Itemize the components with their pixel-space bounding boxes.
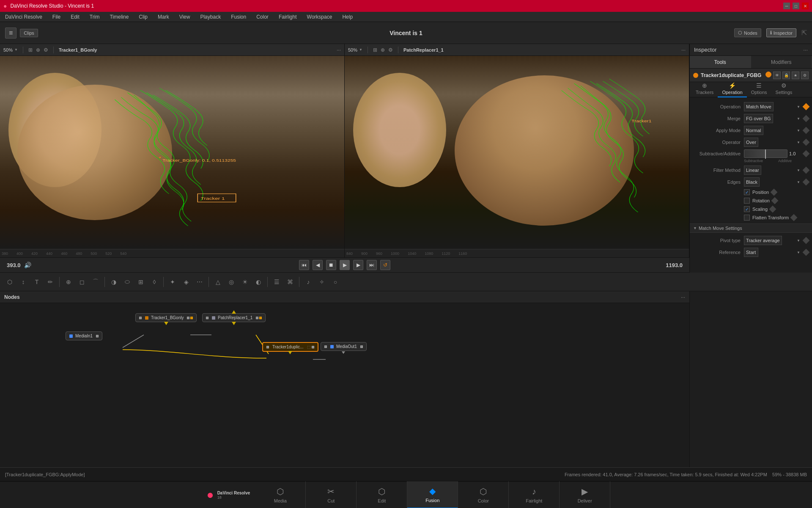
node-tracker1dup[interactable]: Tracker1duplic... ⬚ bbox=[262, 342, 318, 352]
text-tool-icon[interactable]: T bbox=[30, 276, 43, 288]
viewer-layout-icon[interactable]: ⊞ bbox=[28, 47, 33, 53]
node-color-picker-icon[interactable] bbox=[765, 72, 771, 77]
menu-timeline[interactable]: Timeline bbox=[108, 14, 130, 20]
pivot-type-select[interactable]: Tracker average bbox=[744, 236, 782, 245]
step-back-button[interactable]: ◀ bbox=[313, 260, 323, 270]
select-tool-icon[interactable]: ⬡ bbox=[3, 276, 16, 288]
distort-tool-icon[interactable]: ◊ bbox=[148, 276, 161, 288]
operation-select[interactable]: Match Move bbox=[744, 102, 774, 111]
position-checkbox[interactable]: ✓ bbox=[744, 189, 750, 195]
node-settings-icon[interactable]: ⚙ bbox=[801, 72, 809, 79]
zoom-dropdown-icon[interactable]: ▼ bbox=[14, 48, 18, 52]
right-viewer-expand-icon[interactable]: ⊕ bbox=[381, 47, 385, 53]
sa-diamond[interactable] bbox=[803, 150, 810, 157]
loop-button[interactable]: ↺ bbox=[380, 260, 390, 270]
tab-tools[interactable]: Tools bbox=[690, 56, 751, 68]
viewer-expand-icon[interactable]: ⊕ bbox=[36, 47, 40, 53]
stop-button[interactable]: ⏹ bbox=[326, 260, 336, 270]
node-eye-icon[interactable]: 👁 bbox=[773, 72, 781, 79]
transform-tool-icon[interactable]: ⊞ bbox=[134, 276, 147, 288]
right-viewer-layout-icon[interactable]: ⊞ bbox=[373, 47, 377, 53]
left-viewer[interactable]: 50% ▼ ⊞ ⊕ ⚙ Tracker1_BGonly ··· bbox=[0, 44, 345, 257]
nav-deliver[interactable]: ▶ Deliver bbox=[560, 481, 610, 508]
play-button[interactable]: ▶ bbox=[340, 260, 350, 270]
mask-tool-icon[interactable]: ◻ bbox=[76, 276, 88, 288]
path-tool-icon[interactable]: ⌒ bbox=[89, 276, 102, 288]
color-tool-icon[interactable]: ◑ bbox=[107, 276, 120, 288]
pivot-type-diamond[interactable] bbox=[803, 237, 810, 244]
audio-tool-icon[interactable]: ♪ bbox=[302, 276, 315, 288]
sub-tab-settings[interactable]: ⚙ Settings bbox=[771, 80, 797, 97]
right-viewer-more-icon[interactable]: ··· bbox=[681, 47, 686, 53]
rotation-diamond[interactable] bbox=[771, 197, 778, 204]
shape-tool-icon[interactable]: ○ bbox=[329, 276, 342, 288]
zoom-dropdown-icon-r[interactable]: ▼ bbox=[359, 48, 362, 52]
flatten-transform-diamond[interactable] bbox=[790, 214, 798, 221]
flow-tool-icon[interactable]: ⋯ bbox=[193, 276, 206, 288]
right-viewer[interactable]: 50% ▼ ⊞ ⊕ ⚙ PatchReplacer1_1 ··· bbox=[345, 44, 689, 257]
node-lock-icon[interactable]: 🔒 bbox=[782, 72, 790, 79]
menu-view[interactable]: View bbox=[178, 14, 192, 20]
move-tool-icon[interactable]: ↕ bbox=[17, 276, 30, 288]
nav-fairlight[interactable]: ♪ Fairlight bbox=[509, 481, 560, 508]
operator-diamond[interactable] bbox=[803, 139, 810, 146]
rotation-checkbox[interactable] bbox=[744, 198, 750, 204]
apply-mode-select[interactable]: Normal bbox=[744, 126, 763, 135]
clips-button[interactable]: Clips bbox=[20, 29, 38, 37]
menu-clip[interactable]: Clip bbox=[137, 14, 149, 20]
nav-color[interactable]: ⬡ Color bbox=[458, 481, 509, 508]
sub-tab-options[interactable]: ☰ Options bbox=[747, 80, 771, 97]
audio-icon[interactable]: 🔊 bbox=[24, 262, 31, 268]
paint-tool-icon[interactable]: ✏ bbox=[44, 276, 57, 288]
left-viewer-more-icon[interactable]: ··· bbox=[337, 47, 341, 53]
project-menu-button[interactable]: ≡ bbox=[5, 28, 16, 39]
sa-slider-track[interactable] bbox=[744, 149, 787, 158]
menu-mark[interactable]: Mark bbox=[156, 14, 171, 20]
minimize-button[interactable]: ─ bbox=[783, 3, 790, 9]
operator-select[interactable]: Over bbox=[744, 138, 758, 147]
macro-tool-icon[interactable]: ☰ bbox=[270, 276, 283, 288]
node-mediaout1[interactable]: MediaOut1 bbox=[321, 342, 367, 351]
go-to-end-button[interactable]: ⏭ bbox=[367, 260, 377, 270]
nav-cut[interactable]: ✂ Cut bbox=[306, 481, 357, 508]
expand-icon[interactable]: ⇱ bbox=[801, 29, 807, 37]
nodes-more-icon[interactable]: ··· bbox=[681, 294, 685, 300]
right-viewer-settings-icon[interactable]: ⚙ bbox=[388, 47, 393, 53]
reference-diamond[interactable] bbox=[803, 249, 810, 256]
blur-tool-icon[interactable]: ⬭ bbox=[121, 276, 134, 288]
particle-tool-icon[interactable]: ✦ bbox=[166, 276, 179, 288]
nodes-button[interactable]: ⬡ Nodes bbox=[734, 28, 761, 37]
light-tool-icon[interactable]: ☀ bbox=[239, 276, 251, 288]
menu-workspace[interactable]: Workspace bbox=[305, 14, 334, 20]
menu-fusion[interactable]: Fusion bbox=[229, 14, 248, 20]
sub-tab-trackers[interactable]: ⊕ Trackers bbox=[691, 80, 718, 97]
scaling-diamond[interactable] bbox=[769, 206, 776, 213]
match-move-settings-header[interactable]: ▼ Match Move Settings bbox=[690, 224, 812, 233]
merge-select[interactable]: FG over BG bbox=[744, 114, 773, 123]
stereo-tool-icon[interactable]: ◎ bbox=[225, 276, 238, 288]
script-tool-icon[interactable]: ⌘ bbox=[284, 276, 296, 288]
viewer-settings-icon[interactable]: ⚙ bbox=[44, 47, 48, 53]
nav-fusion[interactable]: ◆ Fusion bbox=[407, 481, 458, 508]
menu-playback[interactable]: Playback bbox=[198, 14, 222, 20]
edges-select[interactable]: Black bbox=[744, 177, 760, 187]
menu-fairlight[interactable]: Fairlight bbox=[277, 14, 299, 20]
operation-diamond[interactable] bbox=[803, 103, 810, 110]
nav-edit[interactable]: ⬡ Edit bbox=[357, 481, 407, 508]
menu-color[interactable]: Color bbox=[255, 14, 270, 20]
close-button[interactable]: ✕ bbox=[802, 3, 809, 9]
generator-tool-icon[interactable]: ◐ bbox=[252, 276, 265, 288]
menu-edit[interactable]: Edit bbox=[69, 14, 81, 20]
node-star-icon[interactable]: ★ bbox=[792, 72, 799, 79]
inspector-more-icon[interactable]: ··· bbox=[803, 47, 808, 53]
comp-tool-icon[interactable]: ◈ bbox=[180, 276, 192, 288]
inspector-button[interactable]: ℹ Inspector bbox=[766, 28, 796, 37]
edges-diamond[interactable] bbox=[803, 179, 810, 186]
sub-tab-operation[interactable]: ⚡ Operation bbox=[718, 80, 746, 97]
go-to-start-button[interactable]: ⏮ bbox=[299, 260, 309, 270]
filter-method-select[interactable]: Linear bbox=[744, 166, 761, 175]
merge-diamond[interactable] bbox=[803, 115, 810, 122]
node-tracker1-bgonly[interactable]: Tracker1_BGonly bbox=[135, 313, 197, 322]
node-mediain1[interactable]: MediaIn1 bbox=[66, 331, 102, 340]
menu-davinci-resolve[interactable]: DaVinci Resolve bbox=[3, 14, 44, 20]
